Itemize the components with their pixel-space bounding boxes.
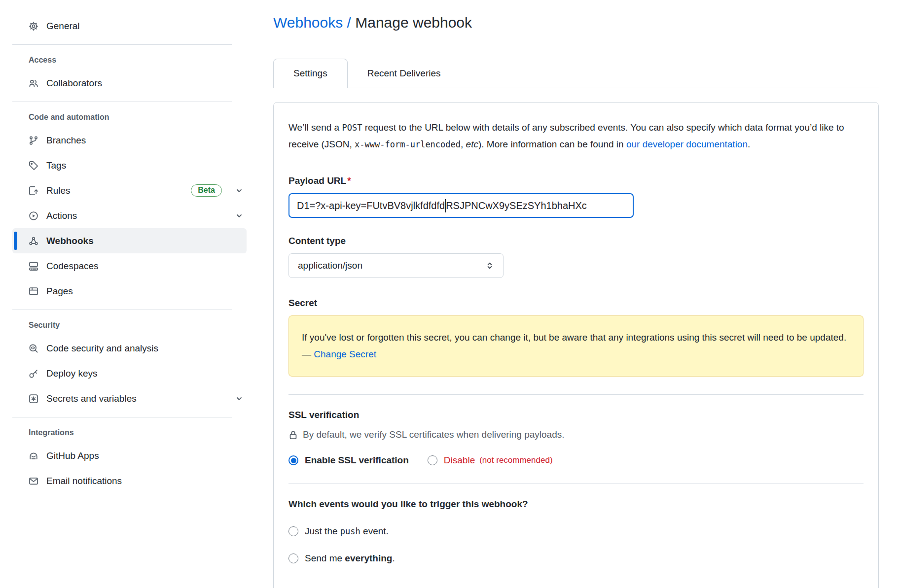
content-type-value: application/json bbox=[298, 260, 362, 271]
sidebar-item-collaborators[interactable]: Collaborators bbox=[12, 70, 247, 96]
content-type-select[interactable]: application/json bbox=[288, 253, 504, 278]
disable-ssl-option[interactable]: Disable (not recommended) bbox=[428, 455, 553, 466]
hubot-icon bbox=[29, 451, 38, 461]
sidebar-item-label: Webhooks bbox=[46, 236, 94, 246]
sidebar-item-label: Deploy keys bbox=[46, 368, 98, 379]
required-asterisk: * bbox=[347, 175, 351, 186]
sidebar-item-label: Code security and analysis bbox=[46, 343, 158, 354]
git-branch-icon bbox=[29, 136, 38, 145]
chevron-down-icon bbox=[235, 186, 244, 195]
beta-badge: Beta bbox=[191, 184, 222, 197]
webhook-icon bbox=[29, 236, 38, 246]
secret-warning: If you've lost or forgotten this secret,… bbox=[288, 315, 864, 377]
divider bbox=[12, 44, 232, 45]
developer-docs-link[interactable]: our developer documentation bbox=[626, 139, 748, 149]
ssl-verification-heading: SSL verification bbox=[288, 410, 864, 420]
unfold-icon bbox=[485, 261, 494, 270]
sidebar-section-header: Integrations bbox=[12, 423, 247, 443]
tab-settings[interactable]: Settings bbox=[273, 59, 348, 88]
gear-icon bbox=[29, 21, 38, 31]
sidebar-item-label: Actions bbox=[46, 210, 77, 221]
content-type-label: Content type bbox=[288, 236, 864, 246]
sidebar-item-label: General bbox=[46, 21, 80, 32]
people-icon bbox=[29, 78, 38, 88]
sidebar-item-secrets-variables[interactable]: Secrets and variables bbox=[12, 386, 247, 411]
divider bbox=[12, 310, 232, 310]
webhook-settings-panel: We’ll send a POST request to the URL bel… bbox=[273, 102, 879, 588]
chevron-down-icon bbox=[235, 394, 244, 403]
key-icon bbox=[29, 369, 38, 379]
divider bbox=[288, 484, 864, 484]
divider bbox=[12, 102, 232, 102]
sidebar-item-label: Collaborators bbox=[46, 78, 102, 89]
sidebar-section-header: Security bbox=[12, 316, 247, 336]
post-code: POST bbox=[342, 123, 362, 133]
events-heading: Which events would you like to trigger t… bbox=[288, 499, 864, 510]
sidebar-item-branches[interactable]: Branches bbox=[12, 128, 247, 153]
sidebar-item-webhooks[interactable]: Webhooks bbox=[12, 228, 247, 253]
webhooks-breadcrumb-link[interactable]: Webhooks bbox=[273, 14, 343, 31]
lock-icon bbox=[288, 430, 298, 440]
ssl-description: By default, we verify SSL certificates w… bbox=[288, 429, 864, 440]
sidebar-item-codespaces[interactable]: Codespaces bbox=[12, 253, 247, 278]
sidebar-item-label: Secrets and variables bbox=[46, 393, 137, 404]
main-content: Webhooks / Manage webhook Settings Recen… bbox=[273, 0, 879, 588]
enable-ssl-radio[interactable] bbox=[288, 455, 298, 465]
event-option-everything[interactable]: Send me everything. bbox=[288, 553, 864, 564]
sidebar-item-label: Pages bbox=[46, 286, 73, 297]
sidebar-item-deploy-keys[interactable]: Deploy keys bbox=[12, 361, 247, 386]
rules-icon bbox=[29, 186, 38, 196]
urlencoded-code: x-www-form-urlencoded bbox=[355, 139, 461, 149]
page-title: Webhooks / Manage webhook bbox=[273, 13, 879, 32]
secret-label: Secret bbox=[288, 298, 864, 309]
settings-sidebar: General Access Collaborators Code and au… bbox=[0, 0, 247, 588]
sidebar-item-github-apps[interactable]: GitHub Apps bbox=[12, 443, 247, 468]
sidebar-item-label: Codespaces bbox=[46, 261, 99, 272]
sidebar-item-rules[interactable]: Rules Beta bbox=[12, 178, 247, 203]
divider bbox=[12, 417, 232, 417]
payload-url-label: Payload URL* bbox=[288, 175, 864, 186]
intro-text: We’ll send a POST request to the URL bel… bbox=[288, 119, 864, 153]
divider bbox=[288, 394, 864, 395]
payload-url-value-before: D1=?x-api-key=FUtvBV8vjlkfdfdfd bbox=[297, 200, 445, 211]
push-event-radio[interactable] bbox=[288, 526, 298, 536]
sidebar-item-general[interactable]: General bbox=[12, 13, 247, 38]
sidebar-item-label: Branches bbox=[46, 135, 86, 146]
sidebar-item-label: Tags bbox=[46, 160, 66, 171]
disable-ssl-radio[interactable] bbox=[428, 455, 437, 465]
sidebar-item-tags[interactable]: Tags bbox=[12, 153, 247, 178]
sidebar-item-actions[interactable]: Actions bbox=[12, 203, 247, 228]
play-circle-icon bbox=[29, 211, 38, 221]
payload-url-input[interactable]: D1=?x-api-key=FUtvBV8vjlkfdfdfdRSJPNCwX9… bbox=[288, 193, 634, 218]
event-option-push[interactable]: Just the push event. bbox=[288, 526, 864, 537]
browser-icon bbox=[29, 286, 38, 296]
sidebar-item-email-notifications[interactable]: Email notifications bbox=[12, 468, 247, 493]
page-title-text: Manage webhook bbox=[355, 14, 472, 31]
sidebar-section-header: Access bbox=[12, 51, 247, 70]
sidebar-section-header: Code and automation bbox=[12, 108, 247, 128]
sidebar-item-pages[interactable]: Pages bbox=[12, 278, 247, 304]
sidebar-item-label: Rules bbox=[46, 185, 71, 196]
code-scan-icon bbox=[29, 344, 38, 353]
enable-ssl-option[interactable]: Enable SSL verification bbox=[288, 455, 409, 466]
asterisk-box-icon bbox=[29, 394, 38, 404]
sidebar-item-label: GitHub Apps bbox=[46, 450, 99, 461]
breadcrumb-separator: / bbox=[343, 14, 355, 31]
sidebar-item-code-security[interactable]: Code security and analysis bbox=[12, 336, 247, 361]
codespaces-icon bbox=[29, 261, 38, 271]
change-secret-link[interactable]: Change Secret bbox=[314, 349, 376, 359]
tag-icon bbox=[29, 161, 38, 171]
everything-event-radio[interactable] bbox=[288, 553, 298, 563]
mail-icon bbox=[29, 476, 38, 486]
payload-url-value-after: RSJPNCwX9ySEzSYh1bhaHXc bbox=[446, 200, 587, 211]
chevron-down-icon bbox=[235, 211, 244, 220]
tab-recent-deliveries[interactable]: Recent Deliveries bbox=[348, 59, 461, 88]
sidebar-item-label: Email notifications bbox=[46, 476, 122, 486]
ssl-radio-group: Enable SSL verification Disable (not rec… bbox=[288, 455, 864, 466]
tabnav: Settings Recent Deliveries bbox=[273, 59, 879, 88]
